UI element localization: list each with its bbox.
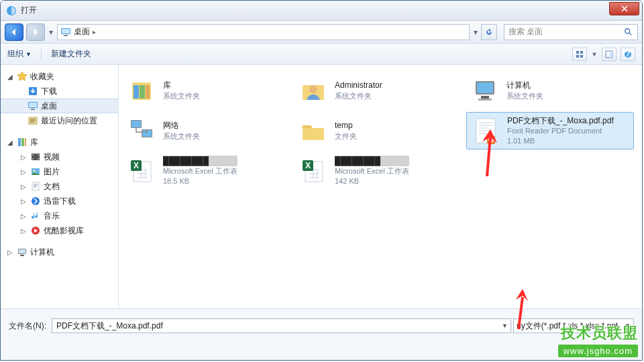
svg-rect-22 xyxy=(32,154,34,156)
file-excel-1[interactable]: X ████████Microsoft Excel 工作表18.5 KB xyxy=(123,152,290,190)
download-icon xyxy=(28,86,38,97)
libraries-icon xyxy=(17,137,28,147)
svg-text:?: ? xyxy=(625,50,630,58)
new-folder-button[interactable]: 新建文件夹 xyxy=(51,48,91,60)
network-icon xyxy=(127,116,156,145)
file-network[interactable]: 网络系统文件夹 xyxy=(123,112,290,149)
refresh-button[interactable] xyxy=(481,24,497,40)
file-pdf-selected[interactable]: G PDF文档下载_-_Moxa.pdf.pdfFoxit Reader PDF… xyxy=(466,112,634,149)
svg-rect-37 xyxy=(146,85,150,99)
tree-videos[interactable]: ▷ 视频 xyxy=(1,149,118,164)
view-dropdown[interactable]: ▼ xyxy=(591,51,598,58)
svg-point-39 xyxy=(309,85,317,93)
filename-input[interactable] xyxy=(52,318,511,333)
desktop-icon xyxy=(28,101,38,111)
breadcrumb-bar[interactable]: 桌面 ▸ xyxy=(57,24,470,40)
svg-rect-45 xyxy=(131,121,141,127)
svg-rect-41 xyxy=(477,82,493,93)
open-file-dialog: 打开 ▾ 桌面 ▸ ▾ 搜索 桌面 xyxy=(0,0,643,361)
app-icon xyxy=(6,5,17,16)
tree-libraries[interactable]: ◢ 库 xyxy=(1,135,118,149)
svg-rect-24 xyxy=(38,154,39,156)
collapse-icon[interactable]: ◢ xyxy=(6,139,14,146)
svg-rect-15 xyxy=(29,103,37,107)
svg-point-4 xyxy=(625,28,630,33)
back-button[interactable] xyxy=(5,23,23,41)
filename-dropdown[interactable]: ▼ xyxy=(502,322,508,329)
tree-favorites[interactable]: ◢ 收藏夹 xyxy=(1,69,118,84)
expand-icon[interactable]: ▷ xyxy=(6,249,14,256)
breadcrumb-dropdown[interactable]: ▾ xyxy=(472,27,479,37)
chevron-right-icon: ▸ xyxy=(93,28,96,36)
svg-rect-3 xyxy=(64,35,68,36)
music-icon xyxy=(30,210,41,221)
svg-rect-2 xyxy=(62,29,70,34)
svg-text:X: X xyxy=(305,161,311,170)
tree-desktop[interactable]: 桌面 xyxy=(1,99,118,113)
organize-menu[interactable]: 组织 ▼ xyxy=(7,48,32,60)
svg-rect-23 xyxy=(32,158,34,160)
desktop-icon xyxy=(60,27,71,38)
tree-youku[interactable]: ▷ 优酷影视库 xyxy=(1,223,118,238)
collapse-icon[interactable]: ◢ xyxy=(6,73,14,80)
view-menu[interactable] xyxy=(572,48,587,61)
svg-point-27 xyxy=(34,170,36,172)
expand-icon[interactable]: ▷ xyxy=(19,213,28,220)
file-administrator[interactable]: Administrator系统文件夹 xyxy=(294,72,462,109)
toolbar: 组织 ▼ 新建文件夹 ▼ ? xyxy=(1,44,642,65)
tree-pictures[interactable]: ▷ 图片 xyxy=(1,164,118,179)
nav-tree[interactable]: ◢ 收藏夹 下载 桌面 最近访问的位置 ◢ 库 xyxy=(1,65,119,308)
filename-label: 文件名(N): xyxy=(9,320,46,332)
svg-rect-43 xyxy=(478,99,492,101)
expand-icon[interactable]: ▷ xyxy=(19,183,28,190)
xunlei-icon xyxy=(30,196,41,206)
svg-point-29 xyxy=(32,197,40,205)
tree-downloads[interactable]: 下载 xyxy=(1,84,118,99)
search-icon xyxy=(624,27,633,37)
file-computer[interactable]: 计算机系统文件夹 xyxy=(466,72,634,109)
history-dropdown[interactable]: ▾ xyxy=(48,27,54,37)
breadcrumb-item[interactable]: 桌面 xyxy=(74,26,90,38)
svg-rect-20 xyxy=(25,138,26,146)
recent-icon xyxy=(28,115,38,126)
svg-rect-16 xyxy=(31,109,35,110)
document-icon xyxy=(30,181,41,192)
expand-icon[interactable]: ▷ xyxy=(19,227,28,235)
chevron-down-icon: ▼ xyxy=(625,322,631,329)
expand-icon[interactable]: ▷ xyxy=(19,198,28,205)
user-folder-icon xyxy=(299,76,328,105)
close-button[interactable] xyxy=(609,2,639,15)
picture-icon xyxy=(30,166,41,177)
svg-rect-32 xyxy=(19,249,25,253)
svg-rect-18 xyxy=(18,138,21,146)
nav-row: ▾ 桌面 ▸ ▾ 搜索 桌面 xyxy=(1,21,642,44)
star-icon xyxy=(17,71,28,82)
forward-button[interactable] xyxy=(26,23,45,41)
svg-rect-7 xyxy=(576,55,579,58)
file-temp[interactable]: temp文件夹 xyxy=(294,112,462,149)
svg-text:X: X xyxy=(133,161,139,170)
svg-rect-8 xyxy=(580,55,583,58)
tree-recent[interactable]: 最近访问的位置 xyxy=(1,113,118,128)
tree-documents[interactable]: ▷ 文档 xyxy=(1,179,118,194)
filetype-combo[interactable]: ny文件(*.pdf *.xls *.xlsx *.ppt ▼ xyxy=(513,318,634,333)
computer-icon xyxy=(17,247,28,257)
help-button[interactable]: ? xyxy=(621,48,635,61)
svg-text:G: G xyxy=(488,135,494,144)
preview-pane-button[interactable] xyxy=(602,48,616,61)
tree-xunlei[interactable]: ▷ 迅雷下载 xyxy=(1,194,118,208)
file-list[interactable]: 库系统文件夹 Administrator系统文件夹 计算机系统文件夹 网络系统文… xyxy=(119,65,642,308)
search-placeholder: 搜索 桌面 xyxy=(508,26,543,38)
tree-computer[interactable]: ▷ 计算机 xyxy=(1,245,118,259)
folder-icon xyxy=(299,116,328,145)
expand-icon[interactable]: ▷ xyxy=(19,168,28,176)
svg-rect-5 xyxy=(576,51,579,54)
file-libraries[interactable]: 库系统文件夹 xyxy=(123,72,290,109)
search-input[interactable]: 搜索 桌面 xyxy=(504,24,638,40)
expand-icon[interactable]: ▷ xyxy=(19,154,28,161)
computer-icon xyxy=(470,76,500,105)
tree-music[interactable]: ▷ 音乐 xyxy=(1,208,118,223)
dialog-body: ◢ 收藏夹 下载 桌面 最近访问的位置 ◢ 库 xyxy=(1,65,642,308)
file-excel-2[interactable]: X ████████Microsoft Excel 工作表142 KB xyxy=(294,152,462,190)
svg-rect-28 xyxy=(32,182,39,190)
